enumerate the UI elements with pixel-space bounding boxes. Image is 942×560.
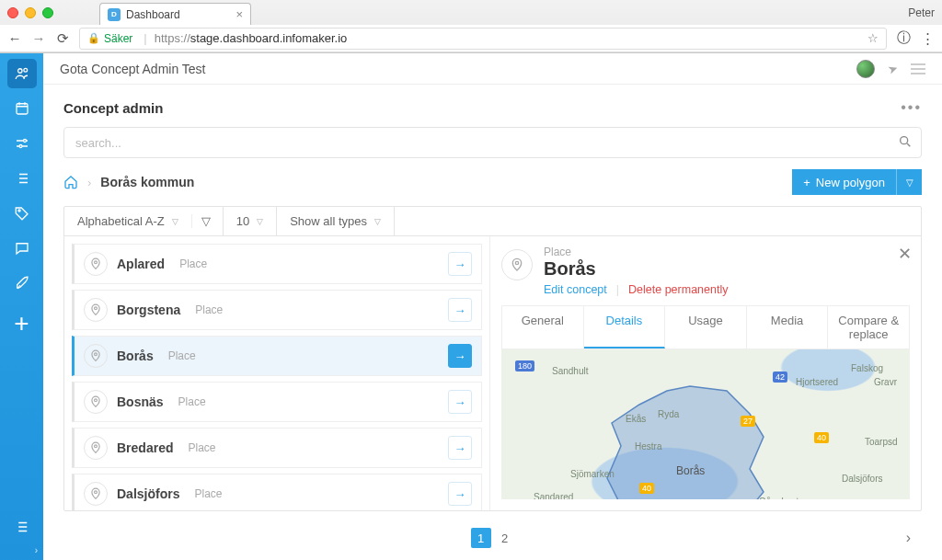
sidebar-add-button[interactable]: + xyxy=(7,309,37,338)
open-item-button[interactable]: → xyxy=(448,482,472,506)
app-sidebar: + › xyxy=(0,53,43,560)
delete-permanently-link[interactable]: Delete permanently xyxy=(628,283,728,296)
item-type: Place xyxy=(168,349,196,362)
map-view[interactable]: Borås SandhultEkåsRydaHestraSjömarkenSan… xyxy=(501,349,910,499)
polygon-overlay xyxy=(589,382,791,499)
svg-point-9 xyxy=(95,353,98,356)
filter-page-size[interactable]: 10▽ xyxy=(224,207,277,235)
map-road-marker: 180 xyxy=(515,360,534,371)
open-item-button[interactable]: → xyxy=(448,390,472,414)
search-icon[interactable] xyxy=(898,134,913,152)
open-item-button[interactable]: → xyxy=(448,298,472,322)
tab-details[interactable]: Details xyxy=(584,306,666,349)
maximize-window-icon[interactable] xyxy=(42,7,53,18)
window-controls[interactable] xyxy=(7,7,53,18)
list-item[interactable]: Dalsjöfors Place → xyxy=(72,474,482,510)
filter-sort[interactable]: Alphabetical A-Z▽ ▽ xyxy=(64,207,224,235)
map-label: Dalsjöfors xyxy=(842,474,882,484)
avatar[interactable] xyxy=(856,60,875,78)
sidebar-item-chat[interactable] xyxy=(7,234,37,263)
open-item-button[interactable]: → xyxy=(448,252,472,276)
item-type: Place xyxy=(194,487,222,500)
tab-title: Dashboard xyxy=(126,8,236,21)
svg-point-5 xyxy=(17,210,19,211)
svg-rect-2 xyxy=(17,104,28,114)
more-button[interactable]: ••• xyxy=(901,99,922,116)
item-name: Aplared xyxy=(117,257,165,271)
page-button[interactable]: 1 xyxy=(471,528,491,548)
list-item[interactable]: Bosnäs Place → xyxy=(72,382,482,422)
sidebar-item-list[interactable] xyxy=(7,164,37,193)
map-road-marker: 27 xyxy=(741,416,755,427)
url-bar[interactable]: 🔒 Säker | https://stage.dashboard.infoma… xyxy=(79,28,887,50)
next-page-button[interactable]: › xyxy=(906,530,911,546)
svg-point-6 xyxy=(901,137,908,144)
open-item-button[interactable]: → xyxy=(448,344,472,368)
minimize-window-icon[interactable] xyxy=(25,7,36,18)
close-window-icon[interactable] xyxy=(7,7,18,18)
app-menu-button[interactable] xyxy=(911,63,925,74)
new-polygon-dropdown[interactable]: ▽ xyxy=(896,169,922,195)
sidebar-item-list2[interactable] xyxy=(7,512,37,542)
svg-point-3 xyxy=(23,140,26,143)
close-icon[interactable]: ✕ xyxy=(898,244,912,264)
menu-button[interactable]: ⋮ xyxy=(920,30,935,47)
sidebar-item-sliders[interactable] xyxy=(7,129,37,158)
place-icon xyxy=(84,482,108,506)
detail-panel: ✕ Place Borås Edit concept | xyxy=(489,236,921,510)
pagination: 12 › xyxy=(63,522,922,554)
browser-chrome: D Dashboard × Peter ← → ⟳ 🔒 Säker | http… xyxy=(0,0,942,53)
chevron-down-icon: ▽ xyxy=(374,217,381,226)
edit-concept-link[interactable]: Edit concept xyxy=(544,283,607,296)
reload-button[interactable]: ⟳ xyxy=(55,30,70,47)
star-icon[interactable]: ☆ xyxy=(867,31,879,45)
sidebar-item-calendar[interactable] xyxy=(7,94,37,123)
app-title: Gota Concept Admin Test xyxy=(60,62,206,76)
new-polygon-button[interactable]: + New polygon xyxy=(792,169,896,195)
item-type: Place xyxy=(178,395,206,408)
breadcrumb-separator: › xyxy=(87,176,91,189)
item-type: Place xyxy=(179,257,207,270)
breadcrumb-home-icon[interactable] xyxy=(63,175,78,189)
sidebar-item-rocket[interactable] xyxy=(7,269,37,298)
tab-media[interactable]: Media xyxy=(747,306,829,349)
browser-profile[interactable]: Peter xyxy=(908,6,935,19)
tab-close-icon[interactable]: × xyxy=(236,7,243,21)
map-label: Hjortsered xyxy=(796,377,838,387)
map-label: Gravr xyxy=(874,377,897,387)
filter-type[interactable]: Show all types▽ xyxy=(277,207,395,235)
list-item[interactable]: Aplared Place → xyxy=(72,244,482,284)
tab-general[interactable]: General xyxy=(502,306,584,349)
items-list: Aplared Place → Borgstena Place → Borås … xyxy=(64,236,489,510)
map-road-marker: 40 xyxy=(814,432,829,443)
list-item[interactable]: Borås Place → xyxy=(72,336,482,376)
back-button[interactable]: ← xyxy=(7,30,22,46)
detail-tabs: GeneralDetailsUsageMediaCompare & replac… xyxy=(501,305,910,349)
chevron-down-icon[interactable]: ▽ xyxy=(191,214,210,228)
browser-tab[interactable]: D Dashboard × xyxy=(99,3,251,25)
detail-type-label: Place xyxy=(544,246,728,258)
svg-point-0 xyxy=(17,69,22,74)
lock-icon: 🔒 xyxy=(87,32,100,44)
svg-point-10 xyxy=(95,399,98,402)
list-item[interactable]: Borgstena Place → xyxy=(72,290,482,330)
list-item[interactable]: Bredared Place → xyxy=(72,428,482,468)
place-icon xyxy=(84,390,108,414)
open-item-button[interactable]: → xyxy=(448,436,472,460)
sidebar-item-tag[interactable] xyxy=(7,199,37,228)
tab-compare-replace[interactable]: Compare & replace xyxy=(828,306,909,349)
sidebar-item-people[interactable] xyxy=(7,59,37,88)
send-icon[interactable]: ➤ xyxy=(886,61,900,77)
place-icon xyxy=(84,436,108,460)
svg-point-4 xyxy=(19,145,22,148)
tab-usage[interactable]: Usage xyxy=(665,306,747,349)
forward-button[interactable]: → xyxy=(31,30,46,46)
sidebar-expand-icon[interactable]: › xyxy=(0,545,43,555)
svg-point-7 xyxy=(95,261,98,264)
filter-bar: Alphabetical A-Z▽ ▽ 10▽ Show all types▽ xyxy=(64,207,921,236)
page-button[interactable]: 2 xyxy=(495,528,515,548)
info-button[interactable]: ⓘ xyxy=(896,29,911,47)
search-input[interactable] xyxy=(63,127,922,158)
chevron-down-icon: ▽ xyxy=(172,217,178,226)
svg-point-12 xyxy=(95,491,98,494)
